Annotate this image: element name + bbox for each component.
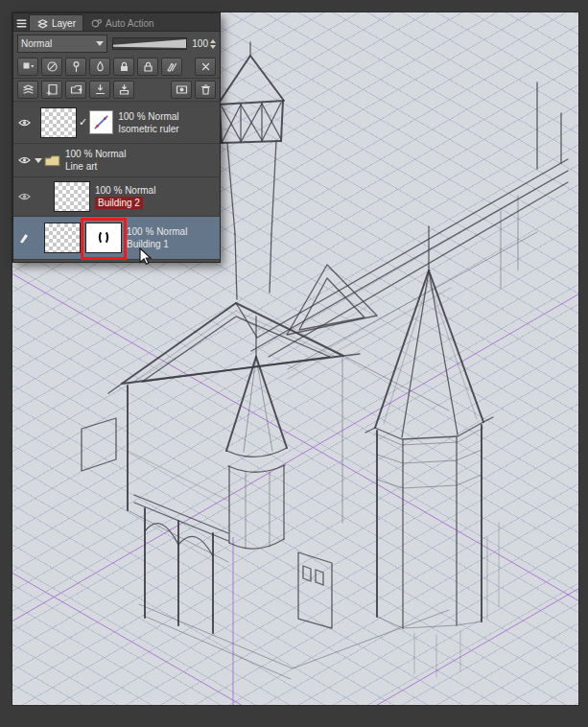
- layer-info: 100 % Normal Isometric ruler: [113, 110, 218, 135]
- layer-name: Building 2: [95, 197, 143, 209]
- layer-row-isometric-ruler[interactable]: ✓ 100 % Normal Isometric ruler: [13, 102, 220, 144]
- opacity-stepper[interactable]: [210, 39, 216, 49]
- eye-icon: [18, 155, 31, 165]
- tab-label: Layer: [52, 18, 76, 29]
- merge-down-icon: [118, 83, 130, 96]
- panel-menu-button[interactable]: [13, 15, 29, 31]
- blend-square-icon: [22, 60, 35, 73]
- new-layer-button[interactable]: [41, 81, 62, 99]
- layers-icon: [36, 17, 49, 30]
- opacity-numbox: 100: [192, 38, 216, 49]
- new-folder-icon: [70, 83, 82, 96]
- enable-mask-button[interactable]: [161, 58, 182, 76]
- layer-list: ✓ 100 % Normal Isometric ruler: [13, 102, 220, 260]
- blend-mode-value: Normal: [21, 38, 52, 49]
- layer-thumbnail[interactable]: [54, 181, 90, 212]
- layer-opacity-label: 100 % Normal: [118, 110, 218, 123]
- panel-tab-bar: Layer Auto Action: [13, 13, 220, 32]
- red-highlight-annotation: [81, 218, 127, 260]
- tab-layer[interactable]: Layer: [29, 14, 83, 31]
- folder-expand-caret[interactable]: [35, 158, 42, 163]
- mask-icon: [176, 83, 188, 96]
- menu-icon: [15, 17, 28, 30]
- opacity-value: 100: [192, 38, 208, 49]
- blend-mode-select[interactable]: Normal: [17, 35, 107, 53]
- layer-info: 100 % Normal Building 1: [122, 225, 218, 250]
- layer-row-building-2[interactable]: 100 % Normal Building 2: [13, 177, 220, 217]
- layer-list-button[interactable]: [17, 81, 38, 99]
- visibility-toggle[interactable]: [15, 118, 33, 128]
- new-folder-button[interactable]: [65, 81, 86, 99]
- stepper-up-icon[interactable]: [210, 39, 216, 43]
- pen-icon: [18, 232, 30, 244]
- droplet-icon: [94, 60, 106, 73]
- auto-action-icon: [90, 17, 103, 30]
- layer-panel: Layer Auto Action Normal 100: [12, 12, 221, 263]
- layer-info: 100 % Normal Line art: [60, 148, 218, 173]
- layers-stack-icon: [22, 83, 35, 96]
- lock-transparency-button[interactable]: [137, 58, 158, 76]
- blend-options-button[interactable]: [17, 58, 38, 76]
- layer-opacity-label: 100 % Normal: [95, 184, 218, 197]
- two-pens-icon: [166, 60, 178, 73]
- layer-thumbnail[interactable]: [44, 223, 81, 253]
- clip-to-layer-button[interactable]: [41, 58, 62, 76]
- layer-info: 100 % Normal Building 2: [90, 184, 218, 209]
- visibility-toggle[interactable]: [15, 192, 33, 201]
- checkmark-icon: ✓: [77, 116, 89, 129]
- layer-thumbnail[interactable]: [40, 107, 77, 138]
- layer-name: Isometric ruler: [118, 123, 218, 135]
- layer-opacity-label: 100 % Normal: [65, 148, 218, 160]
- layer-mask-thumbnail-wrap: [85, 223, 122, 253]
- tab-auto-action[interactable]: Auto Action: [83, 15, 161, 31]
- reference-layer-button[interactable]: [65, 58, 86, 76]
- editing-indicator: [15, 232, 33, 244]
- layer-row-line-art-folder[interactable]: 100 % Normal Line art: [13, 144, 220, 177]
- x-icon: [200, 60, 212, 73]
- eye-icon: [18, 192, 31, 201]
- merge-down-button[interactable]: [113, 81, 134, 99]
- layer-row-building-1[interactable]: 100 % Normal Building 1: [13, 217, 220, 260]
- stepper-down-icon[interactable]: [210, 45, 216, 49]
- visibility-toggle[interactable]: [15, 155, 33, 165]
- arrow-down-page-icon: [94, 83, 106, 96]
- ruler-icon: [92, 113, 110, 131]
- opacity-slider[interactable]: [112, 37, 187, 50]
- layer-name: Line art: [65, 160, 218, 173]
- tab-label: Auto Action: [106, 18, 154, 29]
- lock-icon: [118, 60, 130, 73]
- transfer-down-button[interactable]: [89, 81, 110, 99]
- no-entry-icon: [46, 60, 59, 73]
- new-layer-icon: [46, 83, 59, 96]
- fill-button[interactable]: [89, 58, 110, 76]
- folder-icon: [44, 154, 60, 167]
- layer-mask-button[interactable]: [171, 81, 192, 99]
- pin-icon: [70, 60, 82, 73]
- layer-command-toolbar: [13, 79, 220, 102]
- blend-row: Normal 100: [13, 32, 220, 56]
- ruler-options-button[interactable]: [195, 58, 216, 76]
- trash-icon: [200, 83, 212, 96]
- mouse-cursor: [139, 247, 154, 267]
- layer-opacity-label: 100 % Normal: [127, 225, 218, 238]
- delete-layer-button[interactable]: [195, 81, 216, 99]
- eye-icon: [18, 118, 31, 128]
- ruler-thumbnail[interactable]: [89, 110, 113, 134]
- lock-alpha-icon: [142, 60, 154, 73]
- layer-property-toolbar: [13, 56, 220, 79]
- lock-layer-button[interactable]: [113, 58, 134, 76]
- chevron-down-icon: [96, 41, 104, 46]
